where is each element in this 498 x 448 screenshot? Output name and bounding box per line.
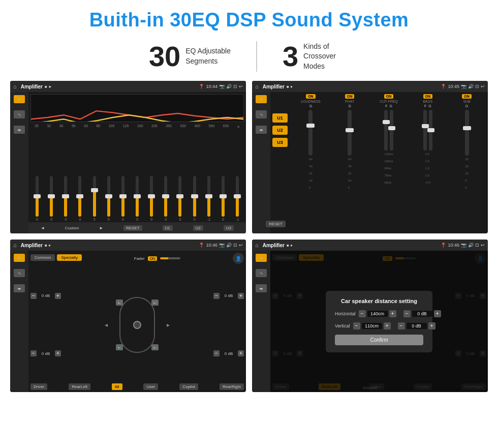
bass-on-btn[interactable]: ON (423, 94, 433, 99)
back-icon-2[interactable]: ↩ (481, 84, 485, 89)
horizontal-db-minus-btn[interactable]: − (403, 310, 411, 317)
u2-btn[interactable]: U2 (272, 126, 288, 135)
back-icon-3[interactable]: ↩ (239, 243, 243, 248)
home-icon-4[interactable]: ⌂ (255, 242, 259, 248)
u3-btn[interactable]: U3 (272, 138, 288, 147)
sub-on-btn[interactable]: ON (462, 94, 472, 99)
rr-plus-btn[interactable]: + (238, 350, 244, 356)
sidebar-wave-icon-2[interactable]: ∿ (256, 110, 267, 118)
user-btn[interactable]: User (143, 383, 158, 390)
sidebar-eq-icon-3[interactable]: ≡ (14, 254, 25, 262)
rl-plus-btn[interactable]: + (55, 350, 61, 356)
eq-slider-10[interactable]: 0 (173, 176, 186, 221)
eq-slider-9[interactable]: 0 (159, 176, 172, 221)
eq-u1-btn[interactable]: U1 (163, 225, 173, 231)
play-back-icon[interactable]: ◄ (41, 226, 45, 230)
sub-slider[interactable] (465, 110, 469, 156)
ch-cutfreq: ON CUT FREQ FG 120Hz100Hz80Hz70Hz60Hz (370, 94, 408, 231)
fl-plus-btn[interactable]: + (55, 293, 61, 299)
screen1-sidebar: ≡ ∿ ◂▸ (10, 92, 28, 233)
play-forward-icon[interactable]: ► (99, 226, 103, 230)
tab-specialty[interactable]: Specialty (57, 254, 81, 261)
cutfreq-on-btn[interactable]: ON (384, 94, 394, 99)
volume-icon-2: 🔊 (468, 84, 474, 89)
fader-row: Fader ON (134, 256, 180, 261)
fl-minus-btn[interactable]: − (30, 293, 37, 299)
loudness-on-btn[interactable]: ON (306, 94, 316, 99)
back-icon[interactable]: ↩ (239, 84, 243, 89)
center-dot (133, 321, 141, 329)
sidebar-vol-icon-2[interactable]: ◂▸ (256, 126, 267, 134)
rearright-btn[interactable]: RearRight (220, 383, 244, 390)
home-icon-3[interactable]: ⌂ (13, 242, 17, 248)
screen3-sidebar: ≡ ∿ ◂▸ (10, 251, 28, 392)
rearleft-btn[interactable]: RearLeft (69, 383, 90, 390)
screen-eq: ⌂ Amplifier ■ ► 📍 10:44 📷 🔊 ⊡ ↩ ≡ ∿ ◂▸ (10, 81, 246, 233)
driver-btn[interactable]: Driver (30, 383, 47, 390)
fader-slider[interactable] (160, 257, 180, 259)
sidebar-wave-icon[interactable]: ∿ (14, 110, 25, 118)
eq-slider-12[interactable]: -1 (202, 176, 215, 221)
camera-icon-2: 📷 (461, 84, 466, 89)
eq-slider-8[interactable]: 0 (145, 176, 158, 221)
back-icon-4[interactable]: ↩ (481, 243, 485, 248)
eq-slider-4[interactable]: 5 (88, 176, 101, 221)
eq-slider-13[interactable]: 0 (216, 176, 230, 221)
fr-minus-btn[interactable]: − (213, 293, 220, 299)
eq-reset-btn[interactable]: RESET (123, 225, 142, 231)
rr-minus-btn[interactable]: − (213, 350, 220, 356)
vertical-db-plus-btn[interactable]: + (428, 322, 435, 330)
eq-slider-5[interactable]: 0 (102, 176, 115, 221)
confirm-button[interactable]: Confirm (335, 335, 423, 345)
eq-slider-6[interactable]: 0 (116, 176, 130, 221)
sidebar-vol-icon-4[interactable]: ◂▸ (256, 284, 267, 292)
time-3: 10:46 (206, 243, 217, 248)
sidebar-vol-icon-3[interactable]: ◂▸ (14, 284, 25, 292)
status-icons-3: 📍 10:46 📷 🔊 ⊡ ↩ (199, 243, 243, 248)
cutfreq-slider-f[interactable] (384, 110, 388, 151)
home-icon-2[interactable]: ⌂ (255, 83, 259, 89)
fr-plus-btn[interactable]: + (238, 293, 244, 299)
sidebar-eq-icon-2[interactable]: ≡ (256, 95, 267, 103)
copilot-btn[interactable]: Copilot (179, 383, 198, 390)
eq-slider-14[interactable]: -1 (231, 176, 244, 221)
sidebar-eq-icon[interactable]: ≡ (14, 95, 25, 103)
horizontal-minus-btn[interactable]: − (359, 310, 366, 317)
sidebar-eq-icon-4[interactable]: ≡ (256, 254, 267, 262)
vertical-db-minus-btn[interactable]: − (398, 322, 405, 330)
cutfreq-label: CUT FREQ (380, 100, 398, 103)
u1-btn[interactable]: U1 (272, 113, 288, 123)
phat-on-btn[interactable]: ON (345, 94, 355, 99)
eq-slider-7[interactable]: 0 (131, 176, 144, 221)
eq-slider-11[interactable]: 0 (188, 176, 201, 221)
phat-slider[interactable] (348, 110, 352, 156)
sidebar-wave-icon-3[interactable]: ∿ (14, 269, 25, 277)
horizontal-db-plus-btn[interactable]: + (434, 310, 441, 317)
cutfreq-slider-g[interactable] (390, 110, 393, 151)
eq-u3-btn[interactable]: U3 (224, 225, 234, 231)
arrow-left-icon[interactable]: ◂ (105, 321, 108, 328)
horizontal-plus-btn[interactable]: + (389, 310, 396, 317)
rl-minus-btn[interactable]: − (30, 350, 37, 356)
home-icon[interactable]: ⌂ (13, 83, 17, 89)
eq-u2-btn[interactable]: U2 (193, 225, 203, 231)
eq-slider-1[interactable]: 0 (45, 176, 58, 221)
bass-slider-g[interactable] (429, 110, 432, 151)
sidebar-vol-icon[interactable]: ◂▸ (14, 126, 25, 134)
all-btn[interactable]: All (112, 383, 122, 390)
stat-eq-label: EQ AdjustableSegments (185, 46, 231, 66)
loudness-slider[interactable] (308, 110, 313, 156)
eq-slider-0[interactable]: 0 (30, 176, 44, 221)
vertical-plus-btn[interactable]: + (384, 322, 391, 330)
vertical-minus-btn[interactable]: − (353, 322, 360, 330)
eq-slider-2[interactable]: 0 (59, 176, 72, 221)
crossover-reset-btn[interactable]: RESET (266, 221, 286, 227)
dialog-horizontal-row: Horizontal − 140cm + − 0 dB + (335, 310, 423, 317)
stat-eq: 30 EQ AdjustableSegments (123, 42, 256, 71)
bass-slider-f[interactable] (423, 110, 427, 151)
fader-on-btn[interactable]: ON (148, 256, 158, 261)
arrow-right-icon[interactable]: ▸ (167, 321, 170, 328)
tab-common[interactable]: Common (30, 254, 55, 261)
eq-slider-3[interactable]: 0 (73, 176, 86, 221)
sidebar-wave-icon-4[interactable]: ∿ (256, 269, 267, 277)
